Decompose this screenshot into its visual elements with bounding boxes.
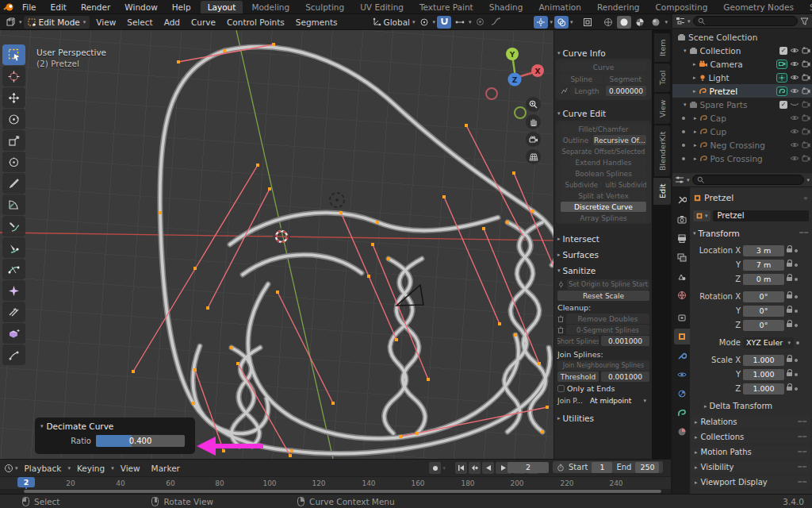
filter-icon[interactable] <box>800 17 809 25</box>
panel-header-surfaces[interactable]: ▸Surfaces <box>557 249 649 260</box>
hide-eye-icon[interactable] <box>790 155 799 162</box>
menu-render[interactable]: Render <box>75 2 117 12</box>
render-visibility-icon[interactable] <box>802 114 810 121</box>
outliner-row-pos-crossing[interactable]: ▸ Pos Crossing <box>672 152 812 165</box>
menu-file[interactable]: File <box>16 2 43 12</box>
menu-keying[interactable]: Keying <box>72 464 109 473</box>
scale-z-field[interactable]: 1.000 <box>743 383 784 394</box>
lock-icon[interactable] <box>787 323 792 327</box>
tool-transform[interactable] <box>2 152 25 172</box>
workspace-tab-sculpting[interactable]: Sculpting <box>298 1 351 13</box>
outliner-row-collection[interactable]: ▾ Collection ✓ <box>672 44 812 57</box>
lock-icon[interactable] <box>787 372 792 376</box>
animate-dot[interactable] <box>795 310 798 313</box>
editor-type-properties-icon[interactable] <box>675 175 684 184</box>
animate-dot[interactable] <box>795 359 798 362</box>
proportional-falloff-dropdown[interactable] <box>489 16 504 29</box>
disclosure-icon[interactable]: ▸ <box>694 115 697 121</box>
perspective-toggle-button[interactable] <box>526 149 541 164</box>
workspace-tab-modeling[interactable]: Modeling <box>244 1 297 13</box>
hide-eye-closed-icon[interactable] <box>790 101 799 108</box>
tab-edit[interactable]: Edit <box>653 178 671 205</box>
tab-data-properties[interactable] <box>674 405 690 421</box>
only-at-ends-checkbox[interactable] <box>557 385 565 392</box>
render-visibility-icon[interactable] <box>802 101 810 108</box>
multi-subdivide-button[interactable]: Multi Subdivide <box>605 179 647 190</box>
playhead[interactable]: 2 <box>17 477 35 487</box>
outliner-row-camera[interactable]: ▸ Camera <box>672 57 812 71</box>
render-visibility-icon[interactable] <box>802 87 810 94</box>
boolean-splines-button[interactable]: Boolean Splines <box>561 168 646 179</box>
rotation-mode-dropdown[interactable]: XYZ Euler▾ <box>743 337 794 348</box>
tool-shear[interactable] <box>2 302 25 322</box>
play-reverse-button[interactable] <box>482 462 494 474</box>
proportional-edit-toggle[interactable] <box>473 16 488 29</box>
shading-solid-button[interactable] <box>617 16 631 29</box>
animate-dot[interactable] <box>796 341 799 344</box>
lock-icon[interactable] <box>787 294 792 298</box>
reset-scale-button[interactable]: Reset Scale <box>557 291 649 301</box>
object-type-dropdown[interactable]: ▾ <box>693 210 710 221</box>
curve-button[interactable]: Curve <box>561 62 646 72</box>
spline-button[interactable]: Spline <box>561 74 603 84</box>
disclosure-icon[interactable]: ▸ <box>693 75 696 81</box>
animate-dot[interactable] <box>795 387 798 391</box>
end-field[interactable]: 250 <box>635 462 659 473</box>
panel-header-intersect[interactable]: ▸Intersect <box>557 233 649 244</box>
render-visibility-icon[interactable] <box>802 60 810 67</box>
animate-dot[interactable] <box>795 295 798 298</box>
menu-window[interactable]: Window <box>118 2 163 12</box>
extend-handles-button[interactable]: Extend Handles <box>561 157 646 167</box>
shading-material-button[interactable] <box>633 16 647 29</box>
lock-icon[interactable] <box>787 309 792 313</box>
tool-annotate[interactable] <box>2 173 25 194</box>
editor-type-3dviewport-icon[interactable] <box>3 16 17 29</box>
blender-logo-icon[interactable] <box>3 2 14 12</box>
render-visibility-icon[interactable] <box>802 128 810 135</box>
loc-y-field[interactable]: 7 m <box>743 260 784 271</box>
set-origin-button[interactable]: Set Origin to Spline Start <box>567 279 649 290</box>
tab-item[interactable]: Item <box>654 33 670 62</box>
tab-blenderkit[interactable]: BlenderKit <box>654 125 670 176</box>
workspace-tab-compositing[interactable]: Compositing <box>649 1 715 13</box>
tool-curve-segment[interactable] <box>2 344 25 365</box>
start-field[interactable]: 1 <box>592 462 612 473</box>
animate-dot[interactable] <box>795 324 798 327</box>
loc-z-field[interactable]: 0 m <box>743 274 784 285</box>
hide-eye-icon[interactable] <box>790 74 799 81</box>
tab-constraint-properties[interactable] <box>674 386 690 402</box>
separate-offset-button[interactable]: Separate Offset/Selected <box>561 146 646 156</box>
workspace-tab-uv-editing[interactable]: UV Editing <box>353 1 411 13</box>
split-at-vertex-button[interactable]: Split at Vertex <box>561 190 646 201</box>
pan-hand-button[interactable] <box>526 114 541 129</box>
menu-segments[interactable]: Segments <box>291 17 343 27</box>
lock-icon[interactable] <box>787 277 792 281</box>
tool-move[interactable] <box>2 87 25 108</box>
workspace-tab-layout[interactable]: Layout <box>201 1 243 13</box>
current-frame-field[interactable]: 2 <box>508 462 549 473</box>
tool-extrude[interactable] <box>2 323 25 344</box>
lock-icon[interactable] <box>787 358 792 362</box>
tab-tool[interactable]: Tool <box>654 64 670 92</box>
xray-toggle[interactable] <box>580 16 595 29</box>
animate-dot[interactable] <box>795 278 798 281</box>
tool-randomize[interactable] <box>2 280 25 301</box>
panel-header-utilities[interactable]: ▸Utilities <box>557 413 649 423</box>
mode-dropdown[interactable]: Edit Mode ▾ <box>24 16 90 29</box>
ratio-slider[interactable]: 0.400 <box>96 435 185 447</box>
motion-paths-panel[interactable]: ▸Motion Paths══ <box>691 446 810 458</box>
outliner-row-scene-collection[interactable]: Scene Collection <box>672 30 812 44</box>
tab-modifier-properties[interactable] <box>674 348 690 364</box>
disclosure-icon[interactable]: ▸ <box>694 129 697 135</box>
animate-dot[interactable] <box>795 249 798 252</box>
axis-neg-x-ball[interactable] <box>486 88 497 99</box>
panel-header-sanitize[interactable]: ▾Sanitize <box>557 265 649 275</box>
outliner-row-cup[interactable]: ▸ Cup <box>672 125 812 138</box>
outliner-row-neg-crossing[interactable]: ▸ Neg Crossing <box>672 138 812 152</box>
keying-set-dropdown[interactable]: ▾ <box>442 465 446 471</box>
render-visibility-icon[interactable] <box>802 155 810 162</box>
axis-z-ball[interactable]: Z <box>512 76 518 84</box>
workspace-tab-geometry-nodes[interactable]: Geometry Nodes <box>716 1 801 13</box>
axis-y-ball[interactable]: Y <box>509 51 515 59</box>
workspace-tab-shading[interactable]: Shading <box>482 1 530 13</box>
